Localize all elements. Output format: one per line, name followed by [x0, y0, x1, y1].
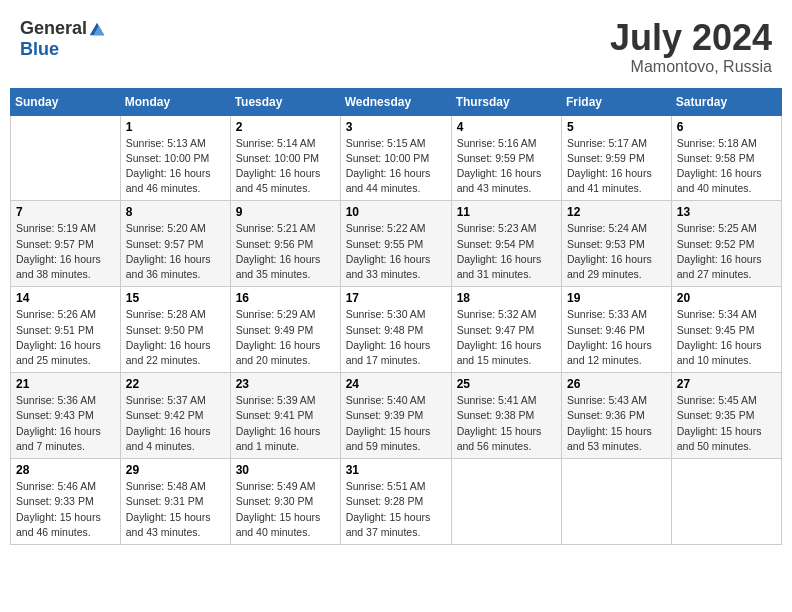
day-info: Sunrise: 5:23 AMSunset: 9:54 PMDaylight:…	[457, 221, 556, 282]
calendar-cell: 1Sunrise: 5:13 AMSunset: 10:00 PMDayligh…	[120, 115, 230, 201]
day-info: Sunrise: 5:43 AMSunset: 9:36 PMDaylight:…	[567, 393, 666, 454]
calendar-cell: 5Sunrise: 5:17 AMSunset: 9:59 PMDaylight…	[562, 115, 672, 201]
day-info: Sunrise: 5:20 AMSunset: 9:57 PMDaylight:…	[126, 221, 225, 282]
day-number: 23	[236, 377, 335, 391]
day-number: 9	[236, 205, 335, 219]
day-info: Sunrise: 5:29 AMSunset: 9:49 PMDaylight:…	[236, 307, 335, 368]
weekday-header-thursday: Thursday	[451, 88, 561, 115]
day-info: Sunrise: 5:32 AMSunset: 9:47 PMDaylight:…	[457, 307, 556, 368]
calendar-cell: 28Sunrise: 5:46 AMSunset: 9:33 PMDayligh…	[11, 459, 121, 545]
day-info: Sunrise: 5:14 AMSunset: 10:00 PMDaylight…	[236, 136, 335, 197]
day-number: 4	[457, 120, 556, 134]
day-number: 15	[126, 291, 225, 305]
calendar-week-row: 14Sunrise: 5:26 AMSunset: 9:51 PMDayligh…	[11, 287, 782, 373]
day-number: 19	[567, 291, 666, 305]
day-number: 7	[16, 205, 115, 219]
day-info: Sunrise: 5:51 AMSunset: 9:28 PMDaylight:…	[346, 479, 446, 540]
day-info: Sunrise: 5:18 AMSunset: 9:58 PMDaylight:…	[677, 136, 776, 197]
calendar-cell: 16Sunrise: 5:29 AMSunset: 9:49 PMDayligh…	[230, 287, 340, 373]
calendar-cell: 11Sunrise: 5:23 AMSunset: 9:54 PMDayligh…	[451, 201, 561, 287]
weekday-header-saturday: Saturday	[671, 88, 781, 115]
day-number: 6	[677, 120, 776, 134]
logo: General Blue	[20, 18, 106, 60]
day-number: 29	[126, 463, 225, 477]
calendar-cell	[11, 115, 121, 201]
weekday-header-friday: Friday	[562, 88, 672, 115]
weekday-header-sunday: Sunday	[11, 88, 121, 115]
weekday-header-row: SundayMondayTuesdayWednesdayThursdayFrid…	[11, 88, 782, 115]
day-number: 3	[346, 120, 446, 134]
calendar-week-row: 28Sunrise: 5:46 AMSunset: 9:33 PMDayligh…	[11, 459, 782, 545]
day-info: Sunrise: 5:24 AMSunset: 9:53 PMDaylight:…	[567, 221, 666, 282]
day-number: 31	[346, 463, 446, 477]
calendar-table: SundayMondayTuesdayWednesdayThursdayFrid…	[10, 88, 782, 545]
day-number: 13	[677, 205, 776, 219]
calendar-cell: 25Sunrise: 5:41 AMSunset: 9:38 PMDayligh…	[451, 373, 561, 459]
day-number: 5	[567, 120, 666, 134]
day-number: 16	[236, 291, 335, 305]
calendar-cell: 15Sunrise: 5:28 AMSunset: 9:50 PMDayligh…	[120, 287, 230, 373]
day-info: Sunrise: 5:45 AMSunset: 9:35 PMDaylight:…	[677, 393, 776, 454]
day-info: Sunrise: 5:46 AMSunset: 9:33 PMDaylight:…	[16, 479, 115, 540]
day-info: Sunrise: 5:37 AMSunset: 9:42 PMDaylight:…	[126, 393, 225, 454]
calendar-cell: 22Sunrise: 5:37 AMSunset: 9:42 PMDayligh…	[120, 373, 230, 459]
calendar-cell: 29Sunrise: 5:48 AMSunset: 9:31 PMDayligh…	[120, 459, 230, 545]
day-number: 30	[236, 463, 335, 477]
day-number: 2	[236, 120, 335, 134]
day-info: Sunrise: 5:34 AMSunset: 9:45 PMDaylight:…	[677, 307, 776, 368]
day-info: Sunrise: 5:36 AMSunset: 9:43 PMDaylight:…	[16, 393, 115, 454]
logo-general-text: General	[20, 18, 87, 39]
day-number: 25	[457, 377, 556, 391]
weekday-header-tuesday: Tuesday	[230, 88, 340, 115]
calendar-cell: 27Sunrise: 5:45 AMSunset: 9:35 PMDayligh…	[671, 373, 781, 459]
day-number: 27	[677, 377, 776, 391]
day-number: 14	[16, 291, 115, 305]
calendar-cell: 13Sunrise: 5:25 AMSunset: 9:52 PMDayligh…	[671, 201, 781, 287]
day-info: Sunrise: 5:16 AMSunset: 9:59 PMDaylight:…	[457, 136, 556, 197]
calendar-cell: 6Sunrise: 5:18 AMSunset: 9:58 PMDaylight…	[671, 115, 781, 201]
calendar-cell: 2Sunrise: 5:14 AMSunset: 10:00 PMDayligh…	[230, 115, 340, 201]
day-info: Sunrise: 5:40 AMSunset: 9:39 PMDaylight:…	[346, 393, 446, 454]
day-info: Sunrise: 5:26 AMSunset: 9:51 PMDaylight:…	[16, 307, 115, 368]
day-info: Sunrise: 5:17 AMSunset: 9:59 PMDaylight:…	[567, 136, 666, 197]
calendar-cell: 10Sunrise: 5:22 AMSunset: 9:55 PMDayligh…	[340, 201, 451, 287]
calendar-week-row: 1Sunrise: 5:13 AMSunset: 10:00 PMDayligh…	[11, 115, 782, 201]
day-number: 17	[346, 291, 446, 305]
calendar-cell: 17Sunrise: 5:30 AMSunset: 9:48 PMDayligh…	[340, 287, 451, 373]
calendar-cell: 26Sunrise: 5:43 AMSunset: 9:36 PMDayligh…	[562, 373, 672, 459]
calendar-cell: 20Sunrise: 5:34 AMSunset: 9:45 PMDayligh…	[671, 287, 781, 373]
calendar-cell: 18Sunrise: 5:32 AMSunset: 9:47 PMDayligh…	[451, 287, 561, 373]
day-info: Sunrise: 5:33 AMSunset: 9:46 PMDaylight:…	[567, 307, 666, 368]
day-info: Sunrise: 5:41 AMSunset: 9:38 PMDaylight:…	[457, 393, 556, 454]
page-header: General Blue July 2024 Mamontovo, Russia	[10, 10, 782, 80]
day-info: Sunrise: 5:22 AMSunset: 9:55 PMDaylight:…	[346, 221, 446, 282]
day-info: Sunrise: 5:39 AMSunset: 9:41 PMDaylight:…	[236, 393, 335, 454]
day-number: 26	[567, 377, 666, 391]
day-number: 20	[677, 291, 776, 305]
logo-icon	[88, 20, 106, 38]
calendar-cell: 9Sunrise: 5:21 AMSunset: 9:56 PMDaylight…	[230, 201, 340, 287]
day-info: Sunrise: 5:48 AMSunset: 9:31 PMDaylight:…	[126, 479, 225, 540]
calendar-cell: 24Sunrise: 5:40 AMSunset: 9:39 PMDayligh…	[340, 373, 451, 459]
day-number: 22	[126, 377, 225, 391]
day-info: Sunrise: 5:19 AMSunset: 9:57 PMDaylight:…	[16, 221, 115, 282]
title-block: July 2024 Mamontovo, Russia	[610, 18, 772, 76]
calendar-cell: 19Sunrise: 5:33 AMSunset: 9:46 PMDayligh…	[562, 287, 672, 373]
day-number: 18	[457, 291, 556, 305]
calendar-cell: 23Sunrise: 5:39 AMSunset: 9:41 PMDayligh…	[230, 373, 340, 459]
location: Mamontovo, Russia	[610, 58, 772, 76]
day-info: Sunrise: 5:28 AMSunset: 9:50 PMDaylight:…	[126, 307, 225, 368]
calendar-cell: 4Sunrise: 5:16 AMSunset: 9:59 PMDaylight…	[451, 115, 561, 201]
day-number: 8	[126, 205, 225, 219]
calendar-cell	[562, 459, 672, 545]
calendar-week-row: 7Sunrise: 5:19 AMSunset: 9:57 PMDaylight…	[11, 201, 782, 287]
day-number: 1	[126, 120, 225, 134]
weekday-header-monday: Monday	[120, 88, 230, 115]
calendar-cell	[671, 459, 781, 545]
weekday-header-wednesday: Wednesday	[340, 88, 451, 115]
day-number: 10	[346, 205, 446, 219]
day-number: 24	[346, 377, 446, 391]
day-info: Sunrise: 5:21 AMSunset: 9:56 PMDaylight:…	[236, 221, 335, 282]
day-number: 12	[567, 205, 666, 219]
day-info: Sunrise: 5:30 AMSunset: 9:48 PMDaylight:…	[346, 307, 446, 368]
